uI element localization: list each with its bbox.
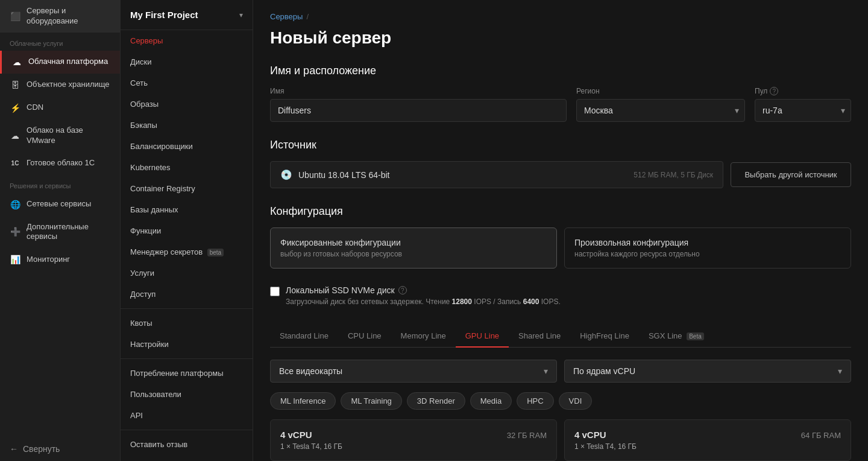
sidebar: ⬛ Серверы и оборудование Облачные услуги… <box>0 0 121 461</box>
breadcrumb: Серверы / <box>270 12 851 21</box>
region-select[interactable]: Москва <box>576 99 745 122</box>
page-title: Новый сервер <box>270 28 851 48</box>
nav-divider-3 <box>121 430 253 430</box>
config-card-custom-title: Произвольная конфигурация <box>574 238 841 247</box>
project-nav-balancers[interactable]: Балансировщики <box>121 136 253 157</box>
sgx-badge: Beta <box>687 332 704 340</box>
tag-vdi[interactable]: VDI <box>559 392 593 410</box>
gpu-filter-select[interactable]: Все видеокарты ▾ <box>270 360 557 383</box>
section-title-source: Источник <box>270 139 851 151</box>
project-nav-users[interactable]: Пользователи <box>121 384 253 405</box>
project-nav-access[interactable]: Доступ <box>121 284 253 305</box>
sidebar-item-servers[interactable]: ⬛ Серверы и оборудование <box>0 0 120 33</box>
sidebar-item-monitoring[interactable]: 📊 Мониторинг <box>0 248 120 271</box>
tab-shared[interactable]: Shared Line <box>509 325 570 348</box>
breadcrumb-parent[interactable]: Серверы <box>270 12 303 21</box>
tab-highfreq[interactable]: HighFreq Line <box>570 325 639 348</box>
sidebar-section-solutions: Решения и сервисы <box>0 175 120 193</box>
sort-arrow-icon: ▾ <box>838 366 842 376</box>
project-nav-settings[interactable]: Настройки <box>121 334 253 355</box>
sidebar-label-cdn: CDN <box>27 103 43 113</box>
server-card-1-cpu: 4 vCPU <box>574 430 606 440</box>
tag-3d-render[interactable]: 3D Render <box>407 392 465 410</box>
sidebar-item-1c[interactable]: 1C Готовое облако 1С <box>0 152 120 175</box>
tag-media[interactable]: Media <box>470 392 512 410</box>
monitoring-icon: 📊 <box>10 254 20 265</box>
tag-ml-inference[interactable]: ML Inference <box>270 392 336 410</box>
tab-memory[interactable]: Memory Line <box>391 325 456 348</box>
tab-cpu[interactable]: CPU Line <box>338 325 391 348</box>
sort-label: По ядрам vCPU <box>573 366 635 376</box>
nvme-label[interactable]: Локальный SSD NVMe диск <box>286 285 395 295</box>
sidebar-collapse[interactable]: ← Свернуть <box>0 437 120 461</box>
form-group-name: Имя <box>270 87 567 122</box>
project-nav-services[interactable]: Услуги <box>121 262 253 284</box>
nvme-desc: Загрузочный диск без сетевых задержек. Ч… <box>286 297 561 306</box>
collapse-arrow-icon: ← <box>10 444 18 454</box>
extra-icon: ➕ <box>10 226 20 237</box>
pool-label: Пул <box>755 87 767 95</box>
gpu-filter-arrow-icon: ▾ <box>544 366 548 376</box>
sidebar-item-network-services[interactable]: 🌐 Сетевые сервисы <box>0 193 120 216</box>
project-nav-container-registry[interactable]: Container Registry <box>121 178 253 199</box>
sidebar-label-vmware: Облако на базе VMware <box>27 126 110 146</box>
sidebar-item-cdn[interactable]: ⚡ CDN <box>0 97 120 119</box>
storage-icon: 🗄 <box>10 80 20 91</box>
servers-icon: ⬛ <box>10 11 20 22</box>
project-nav-quotas[interactable]: Квоты <box>121 313 253 334</box>
gpu-filter-label: Все видеокарты <box>279 366 342 376</box>
tab-standard[interactable]: Standard Line <box>270 325 338 348</box>
cloud-icon: ☁ <box>11 57 22 68</box>
tab-gpu[interactable]: GPU Line <box>456 325 509 348</box>
tab-sgx[interactable]: SGX Line Beta <box>639 325 714 348</box>
tag-hpc[interactable]: HPC <box>517 392 553 410</box>
sidebar-label-monitoring: Мониторинг <box>27 255 70 265</box>
project-nav-secrets[interactable]: Менеджер секретов beta <box>121 241 253 262</box>
sidebar-item-object-storage[interactable]: 🗄 Объектное хранилище <box>0 74 120 97</box>
tag-ml-training[interactable]: ML Training <box>341 392 401 410</box>
sidebar-item-vmware[interactable]: ☁ Облако на базе VMware <box>0 119 120 152</box>
sidebar-item-extra-services[interactable]: ➕ Дополнительные сервисы <box>0 216 120 249</box>
pool-select-wrapper: ru-7a ▾ <box>755 99 851 122</box>
secrets-label: Менеджер секретов <box>130 247 203 256</box>
project-nav-platform-usage[interactable]: Потребление платформы <box>121 363 253 384</box>
server-card-1[interactable]: 4 vCPU 64 ГБ RAM 1 × Tesla T4, 16 ГБ <box>564 419 851 461</box>
config-cards: Фиксированные конфигурации выбор из гото… <box>270 227 851 269</box>
pool-help-icon[interactable]: ? <box>770 87 778 95</box>
name-input[interactable] <box>270 99 567 122</box>
project-nav-backups[interactable]: Бэкапы <box>121 115 253 136</box>
os-meta: 512 МБ RAM, 5 ГБ Диск <box>634 171 713 179</box>
pool-label-wrapper: Пул ? <box>755 87 851 95</box>
form-group-region: Регион Москва ▾ <box>576 87 745 122</box>
project-nav-disks[interactable]: Диски <box>121 51 253 72</box>
os-icon: 💿 <box>280 169 292 180</box>
config-card-fixed[interactable]: Фиксированные конфигурации выбор из гото… <box>270 227 557 269</box>
server-card-1-ram: 64 ГБ RAM <box>801 431 841 440</box>
source-box[interactable]: 💿 Ubuntu 18.04 LTS 64-bit 512 МБ RAM, 5 … <box>270 161 723 188</box>
server-card-0[interactable]: 4 vCPU 32 ГБ RAM 1 × Tesla T4, 16 ГБ <box>270 419 557 461</box>
project-nav-functions[interactable]: Функции <box>121 220 253 241</box>
nvme-checkbox[interactable] <box>270 287 280 296</box>
nav-divider-1 <box>121 308 253 309</box>
config-card-custom[interactable]: Произвольная конфигурация настройка кажд… <box>564 227 851 269</box>
project-nav-api[interactable]: API <box>121 405 253 426</box>
project-nav-kubernetes[interactable]: Kubernetes <box>121 157 253 178</box>
section-title-config: Конфигурация <box>270 205 851 218</box>
project-nav-feedback[interactable]: Оставить отзыв <box>121 434 253 455</box>
pool-select[interactable]: ru-7a <box>755 99 851 122</box>
nvme-label-group: Локальный SSD NVMe диск ? Загрузочный ди… <box>286 285 561 306</box>
project-nav-images[interactable]: Образы <box>121 94 253 115</box>
nvme-help-icon[interactable]: ? <box>398 286 407 294</box>
1c-icon: 1C <box>10 158 20 169</box>
source-section: Источник 💿 Ubuntu 18.04 LTS 64-bit 512 М… <box>270 139 851 188</box>
name-label: Имя <box>270 87 567 95</box>
config-card-custom-desc: настройка каждого ресурса отдельно <box>574 250 841 258</box>
source-row: 💿 Ubuntu 18.04 LTS 64-bit 512 МБ RAM, 5 … <box>270 161 851 188</box>
sort-select[interactable]: По ядрам vCPU ▾ <box>564 360 851 383</box>
project-nav-network[interactable]: Сеть <box>121 72 253 94</box>
sidebar-item-cloud-platform[interactable]: ☁ Облачная платформа <box>0 51 120 74</box>
project-header[interactable]: My First Project ▾ <box>121 0 253 30</box>
project-nav-servers[interactable]: Серверы <box>121 30 253 51</box>
project-nav-databases[interactable]: Базы данных <box>121 199 253 220</box>
source-change-button[interactable]: Выбрать другой источник <box>731 162 851 187</box>
